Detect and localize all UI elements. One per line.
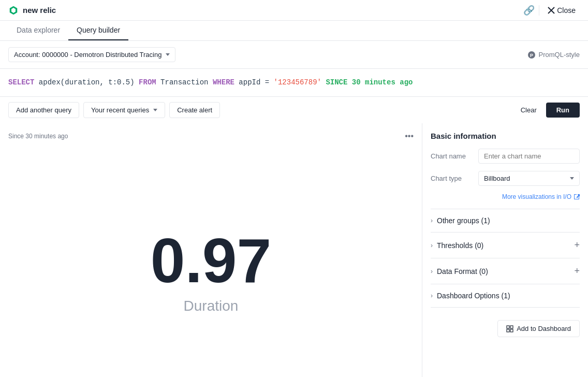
chart-name-row: Chart name [431, 149, 580, 164]
viz-link-text: More visualizations in I/O [502, 193, 571, 200]
accordion: › Other groups (1) › Thresholds (0) + [431, 209, 580, 308]
dashboard-options-title: Dashboard Options (1) [437, 292, 510, 300]
chart-type-label: Chart type [431, 175, 472, 182]
tab-bar: Data explorer Query builder [0, 21, 588, 41]
chart-name-label: Chart name [431, 152, 472, 160]
viz-link[interactable]: More visualizations in I/O [431, 193, 580, 200]
billboard-value: 0.97 [151, 229, 272, 292]
query-where-kw: WHERE [213, 78, 234, 86]
chart-type-row: Chart type Billboard [431, 171, 580, 186]
account-selector-chevron-icon [166, 53, 170, 56]
account-selector[interactable]: Account: 0000000 - Demotron Distributed … [8, 47, 175, 62]
share-link-icon[interactable]: 🔗 [523, 5, 535, 16]
panel-title: Basic information [431, 132, 580, 140]
data-format-title: Data Format (0) [437, 267, 488, 276]
data-format-header-left: › Data Format (0) [431, 267, 488, 276]
app-name: new relic [23, 6, 56, 15]
close-label: Close [557, 6, 576, 15]
action-bar-right: Clear Run [516, 103, 580, 118]
dashboard-options-header-left: › Dashboard Options (1) [431, 292, 510, 300]
data-format-add-button[interactable]: + [574, 266, 580, 277]
add-to-dashboard-icon [506, 325, 513, 332]
account-selector-label: Account: 0000000 - Demotron Distributed … [14, 51, 161, 59]
chart-subtitle: Since 30 minutes ago [8, 133, 68, 140]
query-func: apdex(duration, t:0.5) [39, 78, 135, 86]
query-time: 30 minutes ago [352, 78, 413, 86]
add-query-button[interactable]: Add another query [8, 102, 79, 118]
dashboard-options-section: › Dashboard Options (1) [431, 284, 580, 308]
close-button[interactable]: Close [543, 4, 580, 17]
other-groups-header-left: › Other groups (1) [431, 216, 490, 225]
data-format-section: › Data Format (0) + [431, 258, 580, 284]
add-to-dashboard-button[interactable]: Add to Dashboard [497, 320, 580, 337]
create-alert-button[interactable]: Create alert [169, 102, 220, 118]
dashboard-options-header[interactable]: › Dashboard Options (1) [431, 284, 580, 307]
svg-text:P: P [530, 53, 533, 58]
query-value: '123456789' [274, 78, 321, 86]
chart-header: Since 30 minutes ago ••• [8, 132, 414, 141]
toolbar: Account: 0000000 - Demotron Distributed … [0, 41, 588, 69]
recent-queries-chevron-icon [153, 109, 157, 111]
clear-button[interactable]: Clear [516, 103, 542, 118]
thresholds-section: › Thresholds (0) + [431, 233, 580, 258]
add-to-dashboard-label: Add to Dashboard [517, 325, 571, 332]
chart-type-value: Billboard [484, 175, 510, 182]
add-dashboard-footer: Add to Dashboard [431, 320, 580, 337]
thresholds-add-button[interactable]: + [574, 240, 580, 251]
recent-queries-button[interactable]: Your recent queries [83, 102, 165, 118]
billboard-label: Duration [184, 298, 239, 314]
promql-icon: P [527, 51, 536, 59]
other-groups-header[interactable]: › Other groups (1) [431, 209, 580, 232]
app-header: new relic 🔗 Close [0, 0, 588, 21]
svg-rect-6 [507, 329, 509, 332]
thresholds-header[interactable]: › Thresholds (0) + [431, 233, 580, 258]
chart-area: Since 30 minutes ago ••• 0.97 Duration 1… [0, 123, 422, 377]
other-groups-section: › Other groups (1) [431, 209, 580, 233]
data-format-header[interactable]: › Data Format (0) + [431, 258, 580, 284]
chart-name-input[interactable] [478, 149, 580, 164]
close-icon [548, 7, 555, 14]
other-groups-title: Other groups (1) [437, 216, 490, 225]
header-right: 🔗 Close [523, 4, 580, 17]
thresholds-title: Thresholds (0) [437, 241, 483, 250]
toolbar-left: Account: 0000000 - Demotron Distributed … [8, 47, 175, 62]
header-left: new relic [8, 5, 56, 16]
chart-menu-button[interactable]: ••• [405, 132, 414, 141]
svg-rect-4 [507, 326, 509, 328]
query-select-kw: SELECT [8, 78, 34, 86]
external-link-icon [574, 194, 580, 200]
svg-rect-7 [510, 329, 513, 332]
promql-label: PromQL-style [539, 51, 580, 59]
other-groups-chevron-icon: › [431, 217, 433, 224]
chart-type-select[interactable]: Billboard [478, 171, 580, 186]
chart-type-chevron-icon [570, 177, 574, 180]
new-relic-logo-icon [8, 5, 19, 16]
action-bar-left: Add another query Your recent queries Cr… [8, 102, 220, 118]
query-since-kw: SINCE [326, 78, 347, 86]
right-panel: Basic information Chart name Chart type … [422, 123, 588, 377]
svg-rect-5 [510, 326, 513, 328]
tab-query-builder[interactable]: Query builder [68, 21, 128, 40]
billboard-display: 0.97 Duration [8, 147, 414, 377]
toolbar-right: P PromQL-style [527, 51, 580, 59]
header-divider [539, 5, 539, 16]
query-field: appId = [239, 78, 269, 86]
dashboard-options-chevron-icon: › [431, 292, 433, 299]
query-from-kw: FROM [139, 78, 156, 86]
promql-toggle[interactable]: P PromQL-style [527, 51, 580, 59]
action-bar: Add another query Your recent queries Cr… [0, 97, 588, 123]
thresholds-chevron-icon: › [431, 242, 433, 249]
main-content: Since 30 minutes ago ••• 0.97 Duration 1… [0, 123, 588, 377]
query-table: Transaction [160, 78, 208, 86]
tab-data-explorer[interactable]: Data explorer [8, 21, 68, 40]
data-format-chevron-icon: › [431, 268, 433, 275]
query-editor[interactable]: SELECT apdex(duration, t:0.5) FROM Trans… [0, 69, 588, 97]
run-button[interactable]: Run [546, 103, 580, 118]
thresholds-header-left: › Thresholds (0) [431, 241, 483, 250]
